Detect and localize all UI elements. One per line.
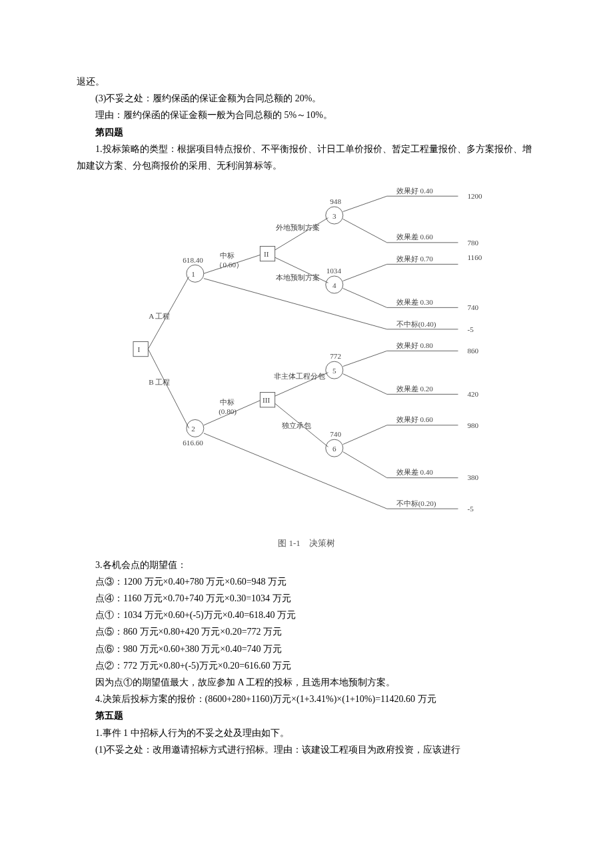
node3-id: 3: [332, 212, 336, 220]
svg-line-6: [204, 279, 387, 329]
edge-a-win1: 中标: [220, 251, 235, 259]
node5-id: 5: [332, 367, 336, 375]
paragraph: 1.投标策略的类型：根据项目特点报价、不平衡报价、计日工单价报价、暂定工程量报价…: [77, 141, 536, 174]
leaf-a-lose-label: 不中标(0.40): [396, 320, 436, 329]
edge-b-win2: (0.80): [219, 407, 237, 416]
leaf-6b-label: 效果差 0.40: [396, 468, 434, 476]
paragraph: (1)不妥之处：改用邀请招标方式进行招标。理由：该建设工程项目为政府投资，应该进…: [77, 741, 536, 758]
leaf-3b-label: 效果差 0.60: [396, 233, 434, 241]
paragraph: 1.事件 1 中招标人行为的不妥之处及理由如下。: [77, 725, 536, 741]
node2-ev: 616.60: [183, 439, 203, 447]
svg-line-22: [204, 433, 387, 509]
svg-line-9: [275, 218, 328, 250]
section-heading-q5: 第五题: [77, 707, 536, 724]
paragraph: 理由：履约保函的保证金额一般为合同总额的 5%～10%。: [77, 107, 536, 123]
svg-line-15: [343, 219, 387, 243]
node6-id: 6: [332, 445, 336, 453]
branch-a-label: A 工程: [149, 312, 170, 320]
node2-id: 2: [191, 425, 195, 433]
calc-line: 点②：772 万元×0.80+(-5)万元×0.20=616.60 万元: [77, 657, 536, 674]
node1-id: 1: [191, 270, 195, 278]
leaf-3a-label: 效果好 0.40: [396, 187, 434, 195]
decision-tree-diagram: I A 工程 B 工程 1 618.40 2 616.60 中标 （0.60） …: [77, 181, 536, 551]
node5-ev: 772: [330, 353, 341, 361]
leaf-6a-val: 980: [467, 421, 478, 429]
svg-line-29: [343, 351, 387, 366]
calc-line: 点⑤：860 万元×0.80+420 万元×0.20=772 万元: [77, 623, 536, 640]
figure-caption: 图 1-1 决策树: [77, 535, 536, 551]
leaf-3a-val: 1200: [467, 192, 482, 200]
leaf-3b-val: 780: [467, 239, 478, 247]
svg-line-35: [343, 452, 387, 478]
document-page: 退还。 (3)不妥之处：履约保函的保证金额为合同总额的 20%。 理由：履约保函…: [0, 0, 613, 868]
svg-rect-0: [133, 342, 148, 357]
node4-ev: 1034: [326, 267, 342, 275]
svg-line-13: [343, 196, 387, 211]
branch-b-label: B 工程: [149, 379, 170, 387]
svg-line-31: [343, 374, 387, 395]
svg-line-2: [148, 349, 189, 429]
node6-ev: 740: [330, 431, 341, 439]
option-bendi: 本地预制方案: [276, 273, 320, 281]
edge-a-win2: （0.60）: [216, 261, 243, 269]
leaf-b-lose-label: 不中标(0.20): [396, 499, 436, 508]
option-fenbao: 非主体工程分包: [274, 372, 325, 380]
leaf-4a-label: 效果好 0.70: [396, 255, 434, 263]
leaf-b-lose-val: -5: [467, 505, 474, 513]
leaf-5a-label: 效果好 0.80: [396, 341, 434, 349]
svg-line-17: [343, 264, 387, 281]
svg-point-4: [187, 420, 204, 437]
section-heading-q4: 第四题: [77, 124, 536, 141]
leaf-5a-val: 860: [467, 347, 478, 355]
option-duli: 独立承包: [282, 422, 311, 430]
option-waidi: 外地预制方案: [276, 223, 320, 231]
node4-id: 4: [332, 281, 336, 289]
leaf-4a-val: 1160: [467, 253, 482, 261]
box-iii-label: III: [263, 396, 270, 404]
leaf-4b-val: 740: [467, 303, 478, 311]
paragraph: 退还。: [77, 73, 536, 90]
box-ii-label: II: [264, 250, 269, 258]
leaf-4b-label: 效果差 0.30: [396, 298, 434, 306]
leaf-6a-label: 效果好 0.60: [396, 415, 434, 423]
paragraph: (3)不妥之处：履约保函的保证金额为合同总额的 20%。: [77, 90, 536, 107]
leaf-5b-val: 420: [467, 390, 478, 398]
leaf-6b-val: 380: [467, 474, 478, 482]
calc-line: 点③：1200 万元×0.40+780 万元×0.60=948 万元: [77, 573, 536, 590]
calc-line: 点①：1034 万元×0.60+(-5)万元×0.40=618.40 万元: [77, 607, 536, 623]
calc-line: 点⑥：980 万元×0.60+380 万元×0.40=740 万元: [77, 641, 536, 657]
root-box-label: I: [138, 345, 141, 353]
calc-heading: 3.各机会点的期望值：: [77, 557, 536, 573]
calc-q4-4: 4.决策后投标方案的报价：(8600+280+1160)万元×(1+3.41%)…: [77, 691, 536, 707]
svg-point-3: [187, 265, 204, 282]
leaf-a-lose-val: -5: [467, 325, 474, 333]
calc-line: 点④：1160 万元×0.70+740 万元×0.30=1034 万元: [77, 590, 536, 607]
svg-line-33: [343, 425, 387, 445]
edge-b-win1: 中标: [220, 398, 235, 406]
svg-line-19: [343, 289, 387, 308]
calc-conclusion: 因为点①的期望值最大，故应参加 A 工程的投标，且选用本地预制方案。: [77, 674, 536, 691]
node1-ev: 618.40: [183, 256, 203, 264]
leaf-5b-label: 效果差 0.20: [396, 385, 434, 393]
decision-tree-svg: I A 工程 B 工程 1 618.40 2 616.60 中标 （0.60） …: [120, 181, 493, 527]
node3-ev: 948: [330, 197, 341, 205]
